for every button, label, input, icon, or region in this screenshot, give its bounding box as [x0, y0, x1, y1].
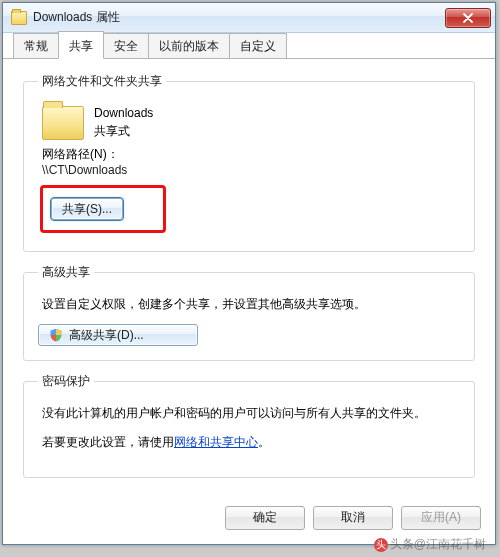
advanced-share-button[interactable]: 高级共享(D)...: [38, 324, 198, 346]
password-desc-2: 若要更改此设置，请使用网络和共享中心。: [42, 433, 456, 452]
share-button[interactable]: 共享(S)...: [51, 198, 123, 220]
highlight-annotation: 共享(S)...: [40, 185, 166, 233]
group-network-share: 网络文件和文件夹共享 Downloads 共享式 网络路径(N)： \\CT\D…: [23, 73, 475, 252]
ok-button[interactable]: 确定: [225, 506, 305, 530]
group-password-protect-legend: 密码保护: [38, 373, 94, 390]
advanced-share-desc: 设置自定义权限，创建多个共享，并设置其他高级共享选项。: [42, 295, 456, 314]
network-path-value: \\CT\Downloads: [42, 163, 460, 177]
share-state: 共享式: [94, 122, 153, 140]
advanced-share-button-label: 高级共享(D)...: [69, 327, 144, 344]
window-title: Downloads 属性: [33, 9, 445, 26]
titlebar: Downloads 属性: [3, 3, 495, 33]
group-network-share-legend: 网络文件和文件夹共享: [38, 73, 166, 90]
tab-share[interactable]: 共享: [58, 31, 104, 59]
folder-icon: [11, 11, 27, 25]
network-sharing-center-link[interactable]: 网络和共享中心: [174, 435, 258, 449]
tab-customize[interactable]: 自定义: [229, 33, 287, 58]
folder-icon: [42, 106, 84, 140]
network-path-label: 网络路径(N)：: [42, 146, 460, 163]
cancel-button[interactable]: 取消: [313, 506, 393, 530]
tab-content: 网络文件和文件夹共享 Downloads 共享式 网络路径(N)： \\CT\D…: [3, 59, 495, 498]
tab-previous-versions[interactable]: 以前的版本: [148, 33, 230, 58]
password-desc-1: 没有此计算机的用户帐户和密码的用户可以访问与所有人共享的文件夹。: [42, 404, 456, 423]
apply-button[interactable]: 应用(A): [401, 506, 481, 530]
group-advanced-share: 高级共享 设置自定义权限，创建多个共享，并设置其他高级共享选项。 高级共享(D)…: [23, 264, 475, 361]
shield-icon: [49, 328, 63, 342]
close-icon: [462, 13, 474, 23]
tab-strip: 常规 共享 安全 以前的版本 自定义: [3, 33, 495, 59]
properties-dialog: Downloads 属性 常规 共享 安全 以前的版本 自定义 网络文件和文件夹…: [2, 2, 496, 545]
tab-security[interactable]: 安全: [103, 33, 149, 58]
folder-name: Downloads: [94, 104, 153, 122]
close-button[interactable]: [445, 8, 491, 28]
group-password-protect: 密码保护 没有此计算机的用户帐户和密码的用户可以访问与所有人共享的文件夹。 若要…: [23, 373, 475, 477]
tab-general[interactable]: 常规: [13, 33, 59, 58]
dialog-button-bar: 确定 取消 应用(A): [3, 498, 495, 544]
group-advanced-share-legend: 高级共享: [38, 264, 94, 281]
